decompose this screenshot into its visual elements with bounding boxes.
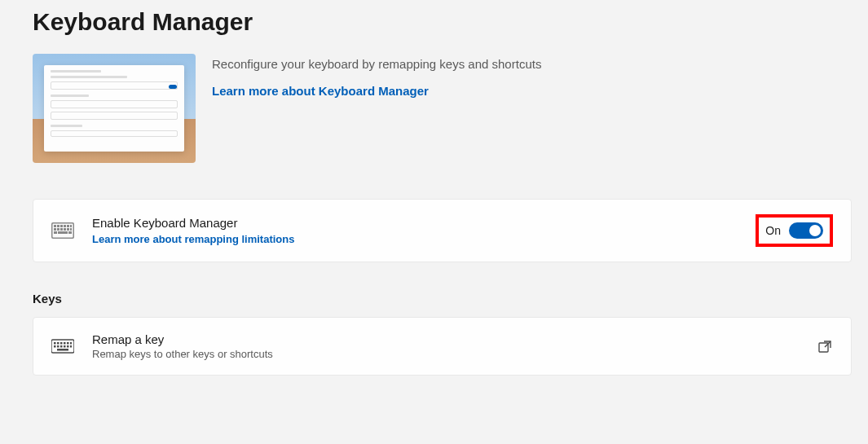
svg-rect-24 [54,345,56,348]
hero-preview-image [33,54,196,163]
page-title: Keyboard Manager [33,8,852,36]
svg-rect-7 [70,225,72,227]
svg-rect-29 [70,345,72,348]
svg-rect-14 [54,231,57,234]
svg-rect-20 [60,342,63,345]
remapping-limitations-link[interactable]: Learn more about remapping limitations [92,233,294,245]
svg-rect-19 [57,342,59,345]
svg-rect-28 [67,345,69,348]
keyboard-icon [51,222,74,239]
svg-rect-30 [57,349,68,351]
hero-description: Reconfigure your keyboard by remapping k… [212,57,852,71]
svg-rect-5 [64,225,66,227]
svg-rect-10 [60,228,63,231]
svg-rect-6 [67,225,69,227]
svg-rect-27 [64,345,66,348]
remap-key-subtitle: Remap keys to other keys or shortcuts [92,348,799,360]
svg-rect-26 [60,345,63,348]
svg-rect-31 [819,343,828,352]
toggle-highlight: On [756,214,833,247]
keys-section-header: Keys [33,292,852,306]
svg-rect-3 [57,225,59,227]
svg-rect-18 [54,342,56,345]
toggle-state-label: On [765,224,781,237]
learn-more-link[interactable]: Learn more about Keyboard Manager [212,84,429,98]
open-external-icon[interactable] [817,338,833,354]
remap-key-title: Remap a key [92,332,799,346]
svg-rect-21 [64,342,66,345]
svg-rect-8 [54,228,56,231]
svg-rect-12 [67,228,69,231]
enable-title: Enable Keyboard Manager [92,216,738,230]
svg-rect-13 [70,228,72,231]
svg-rect-4 [60,225,63,227]
svg-rect-9 [57,228,59,231]
svg-rect-15 [58,231,68,234]
svg-rect-25 [57,345,59,348]
hero-section: Reconfigure your keyboard by remapping k… [33,54,852,163]
svg-rect-22 [67,342,69,345]
enable-card: Enable Keyboard Manager Learn more about… [33,199,852,262]
remap-key-card[interactable]: Remap a key Remap keys to other keys or … [33,317,852,376]
svg-rect-11 [64,228,66,231]
svg-rect-23 [70,342,72,345]
enable-toggle[interactable] [789,222,823,239]
keyboard-icon [51,338,74,354]
svg-rect-2 [54,225,56,227]
svg-rect-16 [68,231,72,234]
